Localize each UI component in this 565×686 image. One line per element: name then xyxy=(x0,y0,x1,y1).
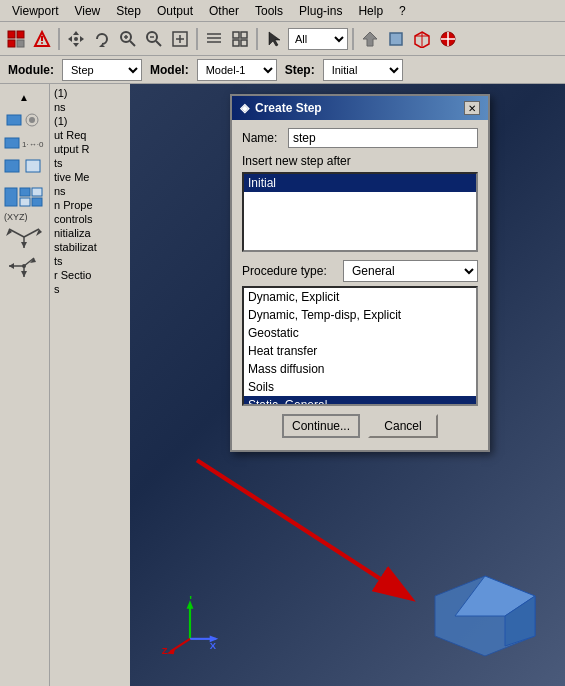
svg-marker-56 xyxy=(21,242,27,248)
name-input[interactable] xyxy=(288,128,478,148)
list-item-initial[interactable]: Initial xyxy=(244,174,476,192)
sidebar-icon-4[interactable] xyxy=(2,183,46,211)
dialog-titlebar: ◈ Create Step ✕ xyxy=(232,96,488,120)
tree-item[interactable]: controls xyxy=(52,212,128,226)
toolbar-lines-btn[interactable] xyxy=(202,27,226,51)
toolbar-cursor-btn[interactable] xyxy=(262,27,286,51)
tree-item[interactable]: s xyxy=(52,282,128,296)
toolbar-rotate-btn[interactable] xyxy=(90,27,114,51)
tree-item[interactable]: n Prope xyxy=(52,198,128,212)
tree-item[interactable]: (1) xyxy=(52,86,128,100)
toolbar-btn-2[interactable] xyxy=(30,27,54,51)
svg-rect-2 xyxy=(8,40,15,47)
toolbar-select-filter[interactable]: All xyxy=(288,28,348,50)
svg-rect-50 xyxy=(32,198,42,206)
toolbar-grid-btn[interactable] xyxy=(228,27,252,51)
svg-rect-49 xyxy=(32,188,42,196)
svg-line-78 xyxy=(197,460,380,578)
proc-item-static-general[interactable]: Static, General xyxy=(244,396,476,406)
svg-rect-46 xyxy=(5,188,17,206)
toolbar-sep-1 xyxy=(58,28,60,50)
menu-question[interactable]: ? xyxy=(391,2,414,20)
svg-point-41 xyxy=(29,117,35,123)
tree-item[interactable]: ut Req xyxy=(52,128,128,142)
toolbar-sep-4 xyxy=(352,28,354,50)
toolbar-zoom-btn[interactable] xyxy=(116,27,140,51)
sidebar-scroll-up[interactable]: ▲ xyxy=(2,86,46,108)
proc-item-dynamic-explicit[interactable]: Dynamic, Explicit xyxy=(244,288,476,306)
tree-item[interactable]: tive Me xyxy=(52,170,128,184)
module-label: Module: xyxy=(8,63,54,77)
left-sidebar: ▲ 1·↔·0 xyxy=(0,84,50,686)
model-label: Model: xyxy=(150,63,189,77)
sidebar-icon-5[interactable] xyxy=(2,223,46,251)
toolbar-arrow-btn[interactable] xyxy=(358,27,382,51)
svg-rect-39 xyxy=(7,115,21,125)
toolbar-extra-btn[interactable] xyxy=(436,27,460,51)
sidebar-icon-1[interactable] xyxy=(2,109,46,131)
svg-marker-10 xyxy=(80,36,84,42)
sidebar-icon-2[interactable]: 1·↔·0 xyxy=(2,132,46,154)
module-select[interactable]: Step xyxy=(62,59,142,81)
menu-viewport[interactable]: Viewport xyxy=(4,2,66,20)
model-select[interactable]: Model-1 xyxy=(197,59,277,81)
viewport: Y X Z ◈ xyxy=(130,84,565,686)
tree-item[interactable]: r Sectio xyxy=(52,268,128,282)
dialog-title: ◈ Create Step xyxy=(240,101,322,115)
toolbar-zoom2-btn[interactable] xyxy=(142,27,166,51)
svg-rect-28 xyxy=(233,40,239,46)
svg-marker-31 xyxy=(363,32,377,46)
tree-item[interactable]: (1) xyxy=(52,114,128,128)
svg-line-18 xyxy=(156,41,161,46)
tree-item[interactable]: ns xyxy=(52,100,128,114)
toolbar-box-btn[interactable] xyxy=(384,27,408,51)
procedure-list[interactable]: Dynamic, Explicit Dynamic, Temp-disp, Ex… xyxy=(242,286,478,406)
dialog-body: Name: Insert new step after Initial Proc… xyxy=(232,120,488,450)
name-row: Name: xyxy=(242,128,478,148)
menu-plugins[interactable]: Plug-ins xyxy=(291,2,350,20)
toolbar-move-btn[interactable] xyxy=(64,27,88,51)
menu-help[interactable]: Help xyxy=(350,2,391,20)
svg-rect-3 xyxy=(17,40,24,47)
proc-item-dynamic-temp[interactable]: Dynamic, Temp-disp, Explicit xyxy=(244,306,476,324)
toolbar-btn-1[interactable] xyxy=(4,27,28,51)
proc-item-heat[interactable]: Heat transfer xyxy=(244,342,476,360)
svg-marker-8 xyxy=(73,43,79,47)
menu-other[interactable]: Other xyxy=(201,2,247,20)
step-select[interactable]: Initial xyxy=(323,59,403,81)
continue-button[interactable]: Continue... xyxy=(282,414,360,438)
cancel-button[interactable]: Cancel xyxy=(368,414,438,438)
toolbar-fit-btn[interactable] xyxy=(168,27,192,51)
tree-item[interactable]: stabilizat xyxy=(52,240,128,254)
insert-step-listbox[interactable]: Initial xyxy=(242,172,478,252)
tree-item[interactable]: ts xyxy=(52,156,128,170)
dialog-title-text: Create Step xyxy=(255,101,322,115)
menu-tools[interactable]: Tools xyxy=(247,2,291,20)
svg-point-63 xyxy=(22,264,26,268)
procedure-type-select[interactable]: General xyxy=(343,260,478,282)
tree-item[interactable]: ns xyxy=(52,184,128,198)
svg-marker-7 xyxy=(73,31,79,35)
svg-text:1·↔·0: 1·↔·0 xyxy=(22,140,44,149)
proc-item-mass[interactable]: Mass diffusion xyxy=(244,360,476,378)
menu-output[interactable]: Output xyxy=(149,2,201,20)
proc-item-soils[interactable]: Soils xyxy=(244,378,476,396)
menu-bar: Viewport View Step Output Other Tools Pl… xyxy=(0,0,565,22)
toolbar-sep-3 xyxy=(256,28,258,50)
sidebar-icon-6[interactable] xyxy=(2,252,46,280)
procedure-type-label: Procedure type: xyxy=(242,264,337,278)
insert-step-label: Insert new step after xyxy=(242,154,478,168)
tree-item[interactable]: nitializa xyxy=(52,226,128,240)
sidebar-icon-3[interactable] xyxy=(2,155,46,177)
menu-step[interactable]: Step xyxy=(108,2,149,20)
dialog-close-button[interactable]: ✕ xyxy=(464,101,480,115)
proc-item-geostatic[interactable]: Geostatic xyxy=(244,324,476,342)
tree-item[interactable]: utput R xyxy=(52,142,128,156)
svg-line-51 xyxy=(9,229,24,237)
toolbar-cube-btn[interactable] xyxy=(410,27,434,51)
dialog-buttons: Continue... Cancel xyxy=(242,414,478,442)
svg-marker-60 xyxy=(9,263,14,269)
tree-item[interactable]: ts xyxy=(52,254,128,268)
create-step-dialog: ◈ Create Step ✕ Name: Insert new step af… xyxy=(230,94,490,452)
menu-view[interactable]: View xyxy=(66,2,108,20)
